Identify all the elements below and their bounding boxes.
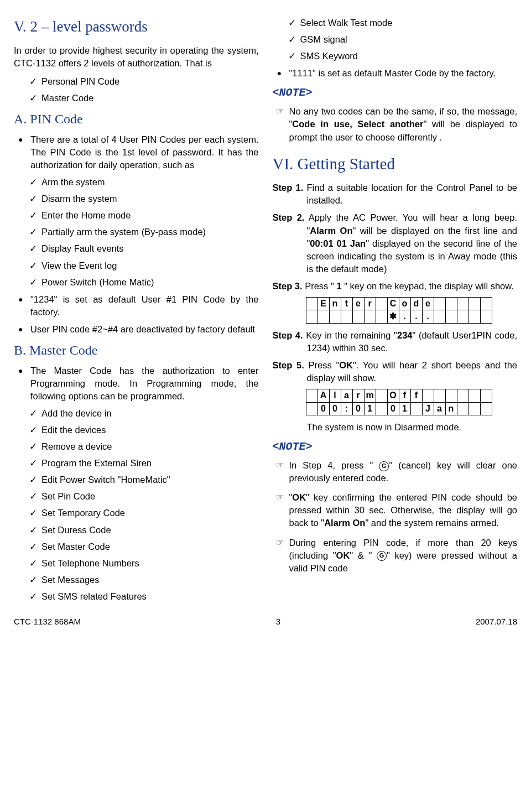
lcd-cell <box>480 298 492 310</box>
lcd-cell <box>329 310 341 323</box>
list-item: SMS Keyword <box>300 50 518 63</box>
lcd-cell: : <box>341 402 352 415</box>
para-a: There are a total of 4 User PIN Codes pe… <box>30 133 259 171</box>
lcd-cell: E <box>317 298 329 310</box>
lcd-cell: d <box>410 298 422 310</box>
top-check-list: Select Walk Test mode GSM signal SMS Key… <box>273 17 518 63</box>
intro-paragraph: In order to provide highest security in … <box>14 44 259 70</box>
footer-date: 2007.07.18 <box>476 616 517 627</box>
lcd-cell <box>457 310 468 323</box>
list-item: Add the device in <box>41 407 259 420</box>
intro-check-list: Personal PIN Code Master Code <box>14 75 259 105</box>
lcd-cell <box>457 389 468 402</box>
a-check-list: Arm the system Disarm the system Enter t… <box>14 176 259 289</box>
lcd-cell <box>422 389 434 402</box>
lcd-cell: 0 <box>317 402 329 415</box>
list-item: Set Duress Code <box>41 524 259 537</box>
list-item: Arm the system <box>41 176 259 189</box>
lcd-cell: n <box>329 298 341 310</box>
lcd-cell <box>434 389 445 402</box>
list-item: Set Master Code <box>41 540 259 553</box>
lcd-cell <box>306 310 317 323</box>
lcd-cell <box>468 402 480 415</box>
lcd-cell <box>410 402 422 415</box>
disarmed-text: The system is now in Disarmed mode. <box>273 421 518 434</box>
step-2: Step 2. Apply the AC Power. You will hea… <box>273 211 518 275</box>
step-5: Step 5. Press "OK". You will hear 2 shor… <box>273 359 518 384</box>
lcd-cell <box>306 402 317 415</box>
list-item: Enter the Home mode <box>41 209 259 222</box>
note-item: In Step 4, press " G" (cancel) key will … <box>289 459 518 485</box>
list-item: Display Fault events <box>41 242 259 255</box>
lcd-cell <box>376 298 387 310</box>
list-item: View the Event log <box>41 259 259 272</box>
lcd-cell <box>445 310 457 323</box>
lcd-cell <box>364 310 376 323</box>
lcd-cell: t <box>341 298 352 310</box>
lcd-cell: f <box>399 389 410 402</box>
step-1: Step 1. Find a suitable location for the… <box>273 181 518 207</box>
list-item: Set Temporary Code <box>41 507 259 519</box>
lcd-cell <box>468 310 480 323</box>
lcd-cell <box>445 298 457 310</box>
lcd-cell: a <box>434 402 445 415</box>
lcd-cell <box>468 389 480 402</box>
lcd-cell: 0 <box>352 402 364 415</box>
lcd-cell <box>352 310 364 323</box>
list-item: Edit Power Switch "HomeMatic" <box>41 473 259 486</box>
note-label-2: <NOTE> <box>273 439 518 455</box>
lcd-cell: C <box>387 298 399 310</box>
heading-a: A. PIN Code <box>14 110 259 129</box>
heading-vi: VI. Getting Started <box>273 153 518 175</box>
list-item: "1234" is set as default User #1 PIN Cod… <box>30 293 259 319</box>
footer-page-number: 3 <box>276 616 280 627</box>
list-item: Set SMS related Features <box>41 590 259 603</box>
lcd-cell <box>468 298 480 310</box>
list-item: Set Pin Code <box>41 490 259 503</box>
page-footer: CTC-1132 868AM 3 2007.07.18 <box>14 616 517 627</box>
lcd-cell: ✱ <box>387 310 399 323</box>
para-b: The Master Code has the authorization to… <box>30 365 259 403</box>
list-item: Personal PIN Code <box>41 75 259 88</box>
lcd-cell <box>317 310 329 323</box>
lcd-cell: n <box>445 402 457 415</box>
lcd-cell: r <box>364 298 376 310</box>
lcd-cell <box>306 389 317 402</box>
list-item: User PIN code #2~#4 are deactivated by f… <box>30 323 259 336</box>
lcd-cell <box>306 298 317 310</box>
lcd-cell: 0 <box>387 402 399 415</box>
lcd-cell: m <box>364 389 376 402</box>
lcd-display-2: AlarmOff 00:0101Jan <box>306 389 492 415</box>
lcd-cell <box>480 310 492 323</box>
lcd-cell <box>376 310 387 323</box>
lcd-cell: e <box>422 298 434 310</box>
list-item: Disarm the system <box>41 192 259 205</box>
list-item: Remove a device <box>41 440 259 453</box>
lcd-cell: A <box>317 389 329 402</box>
note-item: During entering PIN code, if more than 2… <box>289 537 518 575</box>
heading-v: V. 2 – level passwords <box>14 17 259 38</box>
lcd-cell: l <box>329 389 341 402</box>
list-item: GSM signal <box>300 33 518 46</box>
cancel-key-icon: G <box>379 461 389 471</box>
lcd-cell <box>376 402 387 415</box>
list-item: Edit the devices <box>41 424 259 436</box>
lcd-cell: a <box>341 389 352 402</box>
lcd-cell: O <box>387 389 399 402</box>
note-item: "OK" key confirming the entered PIN code… <box>289 491 518 529</box>
lcd-cell: 1 <box>364 402 376 415</box>
step-4: Step 4. Key in the remaining "234" (defa… <box>273 329 518 355</box>
lcd-cell: f <box>410 389 422 402</box>
lcd-cell: . <box>410 310 422 323</box>
lcd-cell: . <box>422 310 434 323</box>
heading-b: B. Master Code <box>14 341 259 360</box>
lcd-cell <box>376 389 387 402</box>
lcd-cell: J <box>422 402 434 415</box>
footer-left: CTC-1132 868AM <box>14 616 81 627</box>
list-item: Select Walk Test mode <box>300 17 518 29</box>
lcd-cell: 0 <box>329 402 341 415</box>
lcd-cell <box>434 298 445 310</box>
left-column: V. 2 – level passwords In order to provi… <box>14 17 259 607</box>
top-bullet: "1111" is set as default Master Code by … <box>289 67 518 80</box>
cancel-key-icon: G <box>377 551 387 561</box>
